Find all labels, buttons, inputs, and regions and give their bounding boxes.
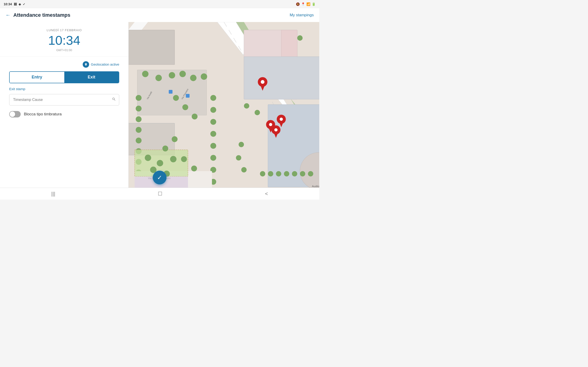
svg-point-18 <box>136 116 142 122</box>
bottom-navigation: ||| ☐ < <box>0 188 319 200</box>
my-stampings-link[interactable]: My stampings <box>290 13 314 17</box>
svg-point-11 <box>156 75 162 81</box>
svg-point-49 <box>170 156 177 162</box>
svg-point-55 <box>192 114 198 119</box>
current-time: 10:34 <box>5 33 124 48</box>
svg-point-29 <box>210 155 216 161</box>
timestamp-cause-input[interactable] <box>9 94 119 106</box>
geolocation-label: Geolocation active <box>91 62 119 66</box>
mute-icon: 🔕 <box>296 2 300 6</box>
svg-point-54 <box>182 104 188 110</box>
svg-point-12 <box>169 72 175 78</box>
svg-point-60 <box>244 103 249 108</box>
svg-point-70 <box>300 171 305 176</box>
svg-point-16 <box>136 95 142 101</box>
svg-point-28 <box>210 143 216 149</box>
svg-point-62 <box>239 142 244 147</box>
entry-exit-toggle: Entry Exit <box>9 71 119 83</box>
map-wrapper: Via Anelli Via Pirovano Via Giovanni Gan… <box>129 22 319 188</box>
toggle-lock-row: Blocca tipo timbratura <box>9 111 119 117</box>
time-display: 10:34 <box>4 2 12 6</box>
svg-point-58 <box>181 156 187 162</box>
svg-point-25 <box>210 107 216 113</box>
page-title: Attendance timestamps <box>13 12 70 18</box>
svg-point-75 <box>297 35 303 41</box>
svg-rect-33 <box>281 30 297 57</box>
search-container <box>9 94 119 106</box>
date-label: LUNEDÌ 17 FEBBRAIO <box>5 28 124 32</box>
timezone-label: GMT+01:00 <box>5 48 124 52</box>
fab-container: ✓ <box>153 171 166 184</box>
svg-point-81 <box>269 123 272 126</box>
location-icon: 📍 <box>301 2 305 6</box>
svg-point-53 <box>173 95 179 101</box>
svg-point-84 <box>280 118 283 121</box>
home-icon[interactable]: ☐ <box>158 191 162 197</box>
menu-icon[interactable]: ||| <box>51 191 55 197</box>
status-time: 10:34 🖼 ◈ ✓ <box>4 2 25 6</box>
map-section: Via Anelli Via Pirovano Via Giovanni Gan… <box>129 22 319 188</box>
svg-point-27 <box>210 131 216 137</box>
app-bar-left: ← Attendance timestamps <box>6 12 70 18</box>
datetime-section: LUNEDÌ 17 FEBBRAIO 10:34 GMT+01:00 <box>0 22 128 57</box>
svg-rect-6 <box>129 30 174 65</box>
check-icon: ✓ <box>23 2 25 6</box>
entry-button[interactable]: Entry <box>10 72 64 83</box>
svg-point-10 <box>142 71 149 77</box>
svg-point-64 <box>241 167 246 173</box>
image-icon: 🖼 <box>14 2 17 6</box>
exit-stamp-label: Exit stamp <box>9 87 119 91</box>
svg-point-71 <box>308 171 313 176</box>
confirm-fab-button[interactable]: ✓ <box>153 171 166 184</box>
geolocation-icon <box>83 61 89 68</box>
svg-point-68 <box>284 171 289 176</box>
lock-type-toggle[interactable] <box>9 111 21 117</box>
svg-rect-40 <box>186 94 190 98</box>
app-bar: ← Attendance timestamps My stampings <box>0 8 319 22</box>
svg-point-47 <box>145 155 151 161</box>
toggle-lock-label: Blocca tipo timbratura <box>24 112 61 117</box>
status-icons: 🔕 📍 📶 🔋 <box>296 2 316 6</box>
toggle-knob <box>10 111 15 117</box>
search-icon <box>112 97 116 102</box>
svg-rect-39 <box>169 90 173 94</box>
dropbox-icon: ◈ <box>19 2 21 6</box>
svg-point-78 <box>261 80 264 84</box>
svg-rect-34 <box>244 57 319 99</box>
svg-point-67 <box>276 171 281 176</box>
svg-point-61 <box>254 110 260 115</box>
svg-point-65 <box>260 171 265 176</box>
status-bar: 10:34 🖼 ◈ ✓ 🔕 📍 📶 🔋 <box>0 0 319 8</box>
svg-point-14 <box>190 75 197 81</box>
svg-point-17 <box>136 106 142 111</box>
svg-point-15 <box>201 73 207 80</box>
controls-section: Geolocation active Entry Exit Exit stamp <box>0 57 128 122</box>
left-panel: LUNEDÌ 17 FEBBRAIO 10:34 GMT+01:00 Geolo… <box>0 22 129 188</box>
svg-point-26 <box>210 119 216 125</box>
svg-point-59 <box>191 166 197 172</box>
svg-point-19 <box>136 127 142 133</box>
svg-point-24 <box>210 95 216 101</box>
wifi-icon: 📶 <box>306 2 310 6</box>
svg-point-87 <box>274 128 277 131</box>
svg-point-56 <box>172 136 178 142</box>
svg-text:Auditorium: Auditorium <box>312 185 319 188</box>
svg-point-66 <box>268 171 273 176</box>
battery-icon: 🔋 <box>312 2 316 6</box>
exit-button[interactable]: Exit <box>64 72 119 83</box>
map-svg: Via Anelli Via Pirovano Via Giovanni Gan… <box>129 22 319 188</box>
checkmark-icon: ✓ <box>157 174 162 181</box>
svg-point-63 <box>236 155 241 160</box>
back-nav-icon[interactable]: < <box>265 191 268 197</box>
svg-point-69 <box>292 171 297 176</box>
geolocation-row: Geolocation active <box>9 61 119 68</box>
back-button[interactable]: ← <box>6 12 10 18</box>
svg-point-13 <box>179 71 186 77</box>
svg-point-20 <box>136 138 142 144</box>
svg-point-48 <box>157 160 163 166</box>
svg-point-57 <box>162 146 168 152</box>
main-content: LUNEDÌ 17 FEBBRAIO 10:34 GMT+01:00 Geolo… <box>0 22 319 188</box>
